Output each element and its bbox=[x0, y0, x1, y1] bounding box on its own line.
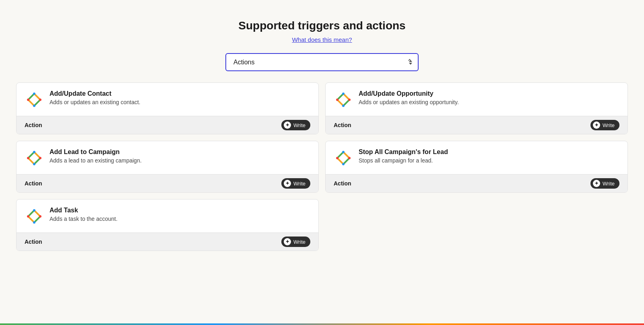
app-icon bbox=[25, 148, 44, 168]
write-badge: ✦ Write bbox=[590, 178, 619, 189]
card-text: Add/Update Opportunity Adds or updates a… bbox=[359, 90, 459, 105]
card-footer: Action ✦ Write bbox=[17, 116, 318, 134]
svg-point-22 bbox=[39, 215, 41, 218]
write-icon: ✦ bbox=[593, 180, 600, 187]
help-link[interactable]: What does this mean? bbox=[292, 36, 352, 43]
write-label: Write bbox=[603, 181, 615, 187]
svg-point-14 bbox=[33, 163, 35, 165]
card-desc: Adds a lead to an existing campaign. bbox=[50, 157, 142, 164]
svg-point-16 bbox=[342, 151, 345, 153]
app-icon bbox=[25, 207, 44, 226]
svg-point-6 bbox=[342, 93, 345, 95]
filter-row: Actions Triggers Searches bbox=[16, 53, 628, 71]
card-body: Add Task Adds a task to the account. bbox=[17, 200, 318, 232]
bottom-bar bbox=[0, 323, 644, 325]
card-add-update-contact: Add/Update Contact Adds or updates an ex… bbox=[16, 82, 319, 134]
card-type: Action bbox=[25, 122, 42, 128]
card-title: Add Lead to Campaign bbox=[50, 148, 142, 156]
page-title: Supported triggers and actions bbox=[16, 19, 628, 32]
svg-point-11 bbox=[33, 151, 35, 153]
svg-point-23 bbox=[27, 215, 29, 218]
card-add-lead-campaign: Add Lead to Campaign Adds a lead to an e… bbox=[16, 141, 319, 193]
page-header: Supported triggers and actions What does… bbox=[16, 19, 628, 43]
page-container: Supported triggers and actions What does… bbox=[0, 0, 644, 275]
filter-select-wrapper: Actions Triggers Searches bbox=[225, 53, 419, 71]
write-badge: ✦ Write bbox=[590, 120, 619, 130]
write-label: Write bbox=[293, 122, 305, 128]
card-add-task: Add Task Adds a task to the account. Act… bbox=[16, 199, 319, 251]
filter-select[interactable]: Actions Triggers Searches bbox=[225, 53, 419, 71]
svg-point-1 bbox=[33, 93, 35, 95]
write-label: Write bbox=[293, 181, 305, 187]
cards-grid: Add/Update Contact Adds or updates an ex… bbox=[16, 82, 628, 251]
card-footer: Action ✦ Write bbox=[17, 174, 318, 192]
card-body: Add Lead to Campaign Adds a lead to an e… bbox=[17, 141, 318, 174]
svg-point-17 bbox=[348, 157, 351, 159]
svg-point-12 bbox=[39, 157, 41, 159]
card-desc: Stops all campaign for a lead. bbox=[359, 157, 448, 164]
write-label: Write bbox=[293, 239, 305, 245]
card-type: Action bbox=[334, 180, 351, 187]
card-desc: Adds a task to the account. bbox=[50, 216, 118, 222]
card-body: Add/Update Contact Adds or updates an ex… bbox=[17, 83, 318, 116]
svg-point-13 bbox=[27, 157, 29, 159]
svg-point-19 bbox=[342, 163, 345, 165]
card-text: Add Task Adds a task to the account. bbox=[50, 207, 118, 222]
write-icon: ✦ bbox=[284, 121, 291, 129]
card-body: Add/Update Opportunity Adds or updates a… bbox=[326, 83, 627, 116]
svg-point-4 bbox=[33, 105, 35, 107]
card-desc: Adds or updates an existing contact. bbox=[50, 99, 140, 105]
write-icon: ✦ bbox=[593, 121, 600, 129]
write-badge: ✦ Write bbox=[281, 120, 310, 130]
card-type: Action bbox=[25, 239, 42, 245]
write-label: Write bbox=[603, 122, 615, 128]
app-icon bbox=[334, 90, 353, 109]
app-icon bbox=[334, 148, 353, 168]
svg-point-21 bbox=[33, 209, 35, 212]
app-icon bbox=[25, 90, 44, 109]
card-type: Action bbox=[25, 180, 42, 187]
write-badge: ✦ Write bbox=[281, 178, 310, 189]
card-title: Add Task bbox=[50, 207, 118, 214]
card-add-update-opportunity: Add/Update Opportunity Adds or updates a… bbox=[325, 82, 628, 134]
card-type: Action bbox=[334, 122, 351, 128]
svg-point-9 bbox=[342, 105, 345, 107]
card-footer: Action ✦ Write bbox=[17, 232, 318, 251]
card-text: Stop All Campaign's for Lead Stops all c… bbox=[359, 148, 448, 164]
svg-point-18 bbox=[336, 157, 339, 159]
card-footer: Action ✦ Write bbox=[326, 116, 627, 134]
svg-point-7 bbox=[348, 99, 351, 101]
card-title: Add/Update Contact bbox=[50, 90, 140, 97]
write-badge: ✦ Write bbox=[281, 237, 310, 247]
card-text: Add Lead to Campaign Adds a lead to an e… bbox=[50, 148, 142, 164]
card-stop-campaigns-lead: Stop All Campaign's for Lead Stops all c… bbox=[325, 141, 628, 193]
svg-point-24 bbox=[33, 221, 35, 224]
write-icon: ✦ bbox=[284, 180, 291, 187]
card-desc: Adds or updates an existing opportunity. bbox=[359, 99, 459, 105]
card-title: Add/Update Opportunity bbox=[359, 90, 459, 97]
card-text: Add/Update Contact Adds or updates an ex… bbox=[50, 90, 140, 105]
write-icon: ✦ bbox=[284, 238, 291, 245]
card-title: Stop All Campaign's for Lead bbox=[359, 148, 448, 156]
card-body: Stop All Campaign's for Lead Stops all c… bbox=[326, 141, 627, 174]
svg-point-8 bbox=[336, 99, 339, 101]
svg-point-2 bbox=[39, 99, 41, 101]
card-footer: Action ✦ Write bbox=[326, 174, 627, 192]
svg-point-3 bbox=[27, 99, 29, 101]
